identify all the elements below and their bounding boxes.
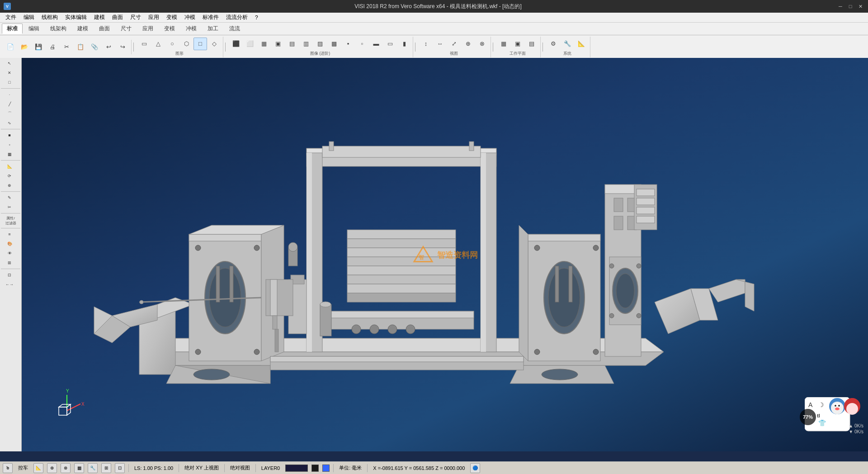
status-icon-6[interactable]: 🔧	[88, 463, 98, 473]
menu-transform[interactable]: 变模	[163, 13, 181, 22]
diamond-tool[interactable]: ◇	[208, 38, 221, 50]
measure-btn[interactable]: 📐	[1, 162, 18, 171]
menu-help[interactable]: ?	[251, 14, 262, 22]
img-tool-1[interactable]: ⬛	[229, 38, 243, 50]
spline-btn[interactable]: ∿	[1, 118, 18, 128]
sys-tool-1[interactable]: ⚙	[547, 38, 560, 50]
paste-button[interactable]: 📎	[88, 41, 101, 53]
circle-tool[interactable]: ○	[165, 38, 179, 50]
main-viewport[interactable]: 智 智造资料网 X Y A ☽	[22, 58, 868, 451]
status-icon-4[interactable]: ⊗	[61, 463, 71, 473]
trim-btn[interactable]: ✂	[1, 203, 18, 212]
deselect-btn[interactable]: ✕	[1, 68, 18, 77]
menu-flow-analysis[interactable]: 流流分析	[222, 13, 251, 22]
tab-model[interactable]: 建模	[72, 24, 93, 34]
status-icon-3[interactable]: ⊕	[47, 463, 57, 473]
open-button[interactable]: 📂	[18, 41, 31, 53]
menu-edit[interactable]: 编辑	[20, 13, 38, 22]
img-tool-5[interactable]: ▤	[285, 38, 299, 50]
maximize-button[interactable]: □	[846, 2, 854, 10]
menu-stamp[interactable]: 冲模	[181, 13, 199, 22]
menu-standard[interactable]: 标准件	[199, 13, 222, 22]
wp-tool-3[interactable]: ▤	[525, 38, 538, 50]
status-icon-end[interactable]: 🔵	[470, 463, 480, 473]
sys-tool-3[interactable]: 📐	[575, 38, 588, 50]
surface-btn[interactable]: ▫	[1, 140, 18, 149]
img-tool-2[interactable]: ⬜	[243, 38, 257, 50]
svg-point-113	[838, 405, 840, 407]
img-tool-7[interactable]: ▨	[313, 38, 327, 50]
speed-down: ▼ 0K/s	[849, 429, 863, 434]
tab-transform[interactable]: 变模	[159, 24, 180, 34]
status-icon-2[interactable]: 📐	[33, 463, 43, 473]
mesh-btn[interactable]: ▦	[1, 150, 18, 159]
view-rotate[interactable]: ⊕	[461, 38, 475, 50]
triangle-tool[interactable]: △	[151, 38, 165, 50]
select-window-btn[interactable]: □	[1, 78, 18, 87]
menu-model[interactable]: 建模	[90, 13, 108, 22]
redo-button[interactable]: ↪	[116, 41, 129, 53]
menu-apply[interactable]: 应用	[145, 13, 163, 22]
img-tool-8[interactable]: ▩	[327, 38, 341, 50]
rect-tool[interactable]: ▭	[137, 38, 151, 50]
hex-tool[interactable]: ⬡	[179, 38, 193, 50]
new-button[interactable]: 📄	[4, 41, 17, 53]
view-pan[interactable]: ↔	[433, 38, 447, 50]
tab-apply[interactable]: 应用	[137, 24, 158, 34]
menu-file[interactable]: 文件	[2, 13, 20, 22]
close-button[interactable]: ✕	[856, 2, 864, 10]
edit-btn[interactable]: ✎	[1, 193, 18, 202]
sys-tool-2[interactable]: 🔧	[561, 38, 574, 50]
menu-surface[interactable]: 曲面	[108, 13, 127, 22]
dim-btn[interactable]: ←→	[1, 280, 18, 289]
status-icon-8[interactable]: ⊡	[115, 463, 125, 473]
view-reset[interactable]: ⊗	[475, 38, 489, 50]
tab-flow[interactable]: 流流	[224, 24, 245, 34]
minimize-button[interactable]: ─	[836, 2, 844, 10]
img-tool-9[interactable]: ▪	[341, 38, 355, 50]
color-btn[interactable]: 🎨	[1, 239, 18, 248]
select-all-btn[interactable]: ↖	[1, 59, 18, 68]
menu-dimension[interactable]: 尺寸	[127, 13, 145, 22]
save-button[interactable]: 💾	[32, 41, 45, 53]
workplane-label: 工作平面	[509, 51, 526, 57]
menu-solid-edit[interactable]: 实体编辑	[61, 13, 90, 22]
view-zoom[interactable]: ⤢	[447, 38, 461, 50]
solid-btn[interactable]: ■	[1, 131, 18, 140]
line-btn[interactable]: ╱	[1, 100, 18, 109]
img-tool-11[interactable]: ▬	[369, 38, 383, 50]
cut-button[interactable]: ✂	[60, 41, 73, 53]
tab-machining[interactable]: 加工	[203, 24, 223, 34]
boolean-btn[interactable]: ⊕	[1, 181, 18, 190]
menu-wireframe[interactable]: 线框构	[38, 13, 61, 22]
tab-wireframe[interactable]: 线架构	[45, 24, 71, 34]
print-button[interactable]: 🖨	[46, 41, 59, 53]
img-tool-3[interactable]: ▦	[257, 38, 271, 50]
img-tool-4[interactable]: ▣	[271, 38, 285, 50]
square-tool[interactable]: □	[193, 38, 207, 50]
status-icon-1[interactable]: 🖱	[3, 463, 13, 473]
tab-edit[interactable]: 编辑	[24, 24, 44, 34]
copy-button[interactable]: 📋	[74, 41, 87, 53]
undo-button[interactable]: ↩	[102, 41, 115, 53]
hide-btn[interactable]: 👁	[1, 249, 18, 258]
point-btn[interactable]: ·	[1, 90, 18, 99]
status-icon-7[interactable]: ⊞	[101, 463, 111, 473]
arc-btn[interactable]: ⌒	[1, 109, 18, 118]
transform-btn[interactable]: ⟳	[1, 171, 18, 180]
wp-tool-1[interactable]: ▦	[497, 38, 510, 50]
constraint-btn[interactable]: ⊡	[1, 270, 18, 280]
tab-standard[interactable]: 标准	[2, 24, 23, 34]
img-tool-12[interactable]: ▭	[383, 38, 397, 50]
img-tool-13[interactable]: ▮	[397, 38, 411, 50]
status-icon-5[interactable]: ▦	[74, 463, 84, 473]
tab-punch[interactable]: 冲模	[181, 24, 202, 34]
tab-surface[interactable]: 曲面	[94, 24, 115, 34]
view-fit[interactable]: ↕	[419, 38, 433, 50]
layer-btn[interactable]: ≡	[1, 230, 18, 239]
wp-tool-2[interactable]: ▣	[511, 38, 524, 50]
img-tool-10[interactable]: ▫	[355, 38, 369, 50]
img-tool-6[interactable]: ▥	[299, 38, 313, 50]
tab-dimension[interactable]: 尺寸	[116, 24, 137, 34]
snap-btn[interactable]: ⊞	[1, 258, 18, 267]
